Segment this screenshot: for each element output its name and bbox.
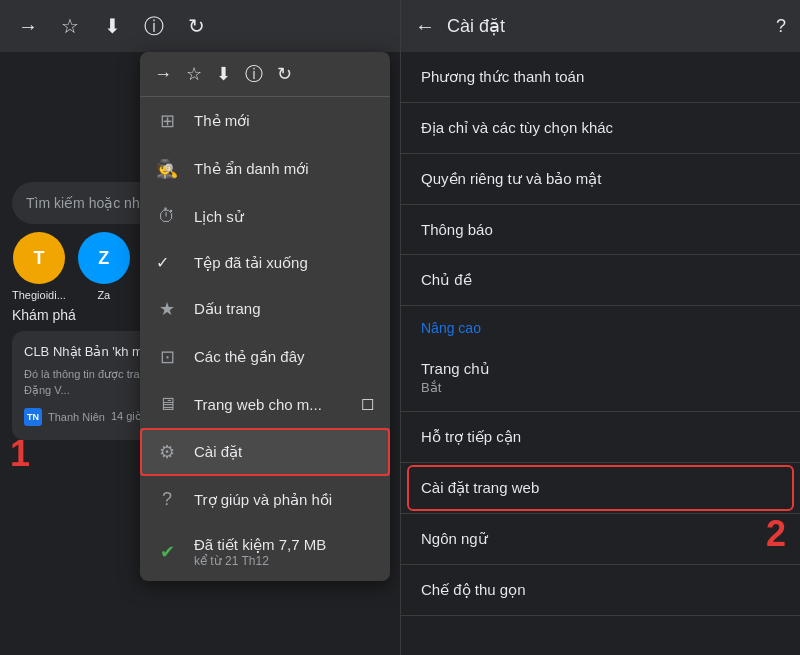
back-nav-icon[interactable]: → <box>12 10 44 42</box>
shortcut-za[interactable]: Z Za <box>78 232 130 301</box>
new-tab-icon: ⊞ <box>156 110 178 132</box>
menu-item-history[interactable]: ⏱ Lịch sử <box>140 193 390 240</box>
check-icon: ✓ <box>156 253 178 272</box>
menu-item-savings[interactable]: ✔ Đã tiết kiệm 7,7 MB kể từ 21 Th12 <box>140 523 390 581</box>
dropdown-nav: → ☆ ⬇ ⓘ ↻ <box>140 52 390 97</box>
incognito-label: Thẻ ẩn danh mới <box>194 160 309 178</box>
desktop-right-icon: ☐ <box>361 396 374 414</box>
settings-section-advanced: Nâng cao <box>401 306 800 344</box>
menu-item-recent-tabs[interactable]: ⊡ Các thẻ gần đây <box>140 333 390 381</box>
search-placeholder: Tìm kiếm hoặc nh... <box>26 195 151 211</box>
settings-title: Cài đặt <box>447 15 764 37</box>
settings-content: Phương thức thanh toán Địa chỉ và các tù… <box>401 52 800 655</box>
dd-download-icon[interactable]: ⬇ <box>216 63 231 85</box>
settings-item-homepage[interactable]: Trang chủ Bắt <box>401 344 800 412</box>
right-panel: ← Cài đặt ? Phương thức thanh toán Địa c… <box>400 0 800 655</box>
settings-item-payment[interactable]: Phương thức thanh toán <box>401 52 800 103</box>
settings-item-privacy[interactable]: Quyền riêng tư và bảo mật <box>401 154 800 205</box>
savings-label: Đã tiết kiệm 7,7 MB kể từ 21 Th12 <box>194 536 326 568</box>
settings-label: Cài đặt <box>194 443 242 461</box>
thegioi-label: Thegioidi... <box>12 289 66 301</box>
dd-back-icon[interactable]: → <box>154 64 172 85</box>
settings-item-compact[interactable]: Chế độ thu gọn <box>401 565 800 616</box>
za-icon: Z <box>78 232 130 284</box>
settings-item-website[interactable]: Cài đặt trang web <box>401 463 800 514</box>
menu-item-settings[interactable]: ⚙ Cài đặt <box>140 428 390 476</box>
source-name: Thanh Niên <box>48 411 105 423</box>
refresh-nav-icon[interactable]: ↻ <box>180 10 212 42</box>
bookmarks-label: Dấu trang <box>194 300 261 318</box>
dropdown-menu: → ☆ ⬇ ⓘ ↻ ⊞ Thẻ mới 🕵 Thẻ ẩn danh mới ⏱ … <box>140 52 390 581</box>
download-nav-icon[interactable]: ⬇ <box>96 10 128 42</box>
menu-item-help[interactable]: ? Trợ giúp và phản hồi <box>140 476 390 523</box>
new-tab-label: Thẻ mới <box>194 112 250 130</box>
info-nav-icon[interactable]: ⓘ <box>138 10 170 42</box>
menu-item-desktop-site[interactable]: 🖥 Trang web cho m... ☐ <box>140 381 390 428</box>
left-panel: → ☆ ⬇ ⓘ ↻ G Tìm kiếm hoặc nh... T Thegio… <box>0 0 400 655</box>
settings-item-accessibility[interactable]: Hỗ trợ tiếp cận <box>401 412 800 463</box>
menu-item-new-tab[interactable]: ⊞ Thẻ mới <box>140 97 390 145</box>
settings-back-icon[interactable]: ← <box>415 15 435 38</box>
marker-1: 1 <box>10 433 30 475</box>
browser-topbar: → ☆ ⬇ ⓘ ↻ <box>0 0 400 52</box>
source-logo: TN <box>24 408 42 426</box>
za-label: Za <box>97 289 110 301</box>
menu-item-incognito[interactable]: 🕵 Thẻ ẩn danh mới <box>140 145 390 193</box>
dd-info-icon[interactable]: ⓘ <box>245 62 263 86</box>
savings-icon: ✔ <box>156 541 178 563</box>
settings-item-notifications[interactable]: Thông báo <box>401 205 800 255</box>
dd-refresh-icon[interactable]: ↻ <box>277 63 292 85</box>
history-icon: ⏱ <box>156 206 178 227</box>
shortcut-thegioi[interactable]: T Thegioidi... <box>12 232 66 301</box>
downloads-label: Tệp đã tải xuống <box>194 254 308 272</box>
desktop-label: Trang web cho m... <box>194 396 322 413</box>
star-nav-icon[interactable]: ☆ <box>54 10 86 42</box>
thegioi-icon: T <box>13 232 65 284</box>
marker-2: 2 <box>766 513 786 555</box>
settings-gear-icon: ⚙ <box>156 441 178 463</box>
settings-item-language[interactable]: Ngôn ngữ <box>401 514 800 565</box>
dd-star-icon[interactable]: ☆ <box>186 63 202 85</box>
settings-item-address[interactable]: Địa chỉ và các tùy chọn khác <box>401 103 800 154</box>
recent-tabs-label: Các thẻ gần đây <box>194 348 305 366</box>
recent-tabs-icon: ⊡ <box>156 346 178 368</box>
incognito-icon: 🕵 <box>156 158 178 180</box>
history-label: Lịch sử <box>194 208 244 226</box>
menu-item-downloads[interactable]: ✓ Tệp đã tải xuống <box>140 240 390 285</box>
bookmark-icon: ★ <box>156 298 178 320</box>
settings-item-theme[interactable]: Chủ đề <box>401 255 800 306</box>
help-icon: ? <box>156 489 178 510</box>
settings-list: Phương thức thanh toán Địa chỉ và các tù… <box>401 52 800 616</box>
help-label: Trợ giúp và phản hồi <box>194 491 332 509</box>
settings-help-icon[interactable]: ? <box>776 16 786 37</box>
desktop-icon: 🖥 <box>156 394 178 415</box>
menu-item-bookmarks[interactable]: ★ Dấu trang <box>140 285 390 333</box>
settings-header: ← Cài đặt ? <box>401 0 800 52</box>
